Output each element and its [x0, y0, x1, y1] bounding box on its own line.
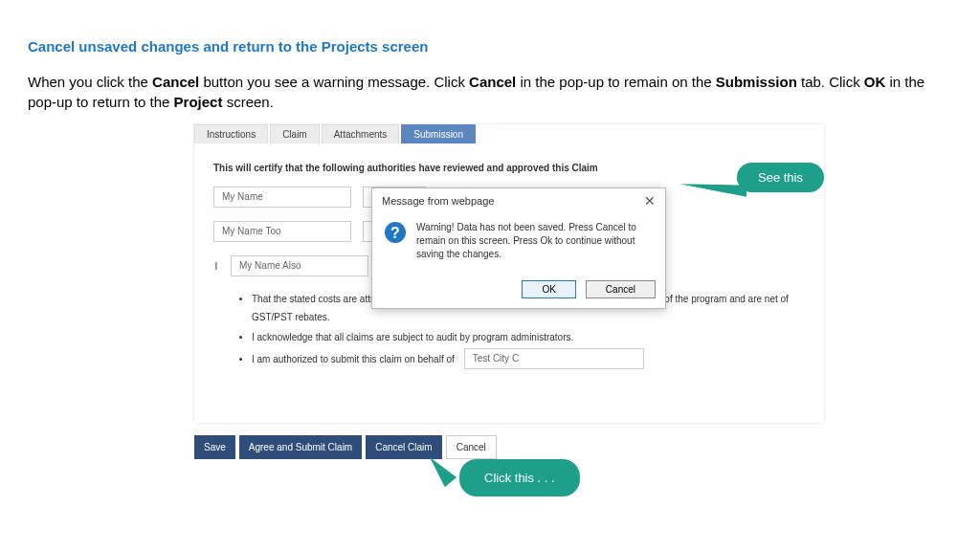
- name-field-1[interactable]: My Name: [213, 187, 351, 208]
- modal-title-text: Message from webpage: [382, 195, 494, 207]
- callout-see-this: See this: [737, 163, 824, 192]
- doc-text: tab. Click: [801, 74, 864, 90]
- doc-text: in the pop-up to remain on the: [520, 74, 715, 90]
- doc-bold-ok: OK: [864, 74, 886, 90]
- save-button[interactable]: Save: [194, 435, 235, 459]
- tab-bar: Instructions Claim Attachments Submissio…: [194, 124, 824, 143]
- doc-bold-project: Project: [174, 94, 223, 110]
- modal-body: ? Warning! Data has not been saved. Pres…: [372, 213, 665, 275]
- warning-modal: Message from webpage ✕ ? Warning! Data h…: [371, 187, 666, 309]
- modal-ok-button[interactable]: OK: [522, 280, 575, 298]
- callout-click-this: Click this . . .: [459, 459, 580, 496]
- bullet-3-label: I am authorized to submit this claim on …: [252, 350, 455, 368]
- doc-bold-submission: Submission: [716, 74, 797, 90]
- agree-submit-button[interactable]: Agree and Submit Claim: [239, 435, 362, 459]
- name-field-3[interactable]: My Name Also: [231, 255, 368, 276]
- doc-text: button you see a warning message. Click: [203, 74, 469, 90]
- tab-attachments[interactable]: Attachments: [322, 124, 400, 143]
- prefix-i: I: [213, 261, 219, 272]
- bullet-3: I am authorized to submit this claim on …: [252, 348, 805, 369]
- svg-text:?: ?: [390, 225, 400, 241]
- doc-bold-cancel: Cancel: [152, 74, 199, 90]
- question-icon: ?: [384, 221, 407, 244]
- certify-heading: This will certify that the following aut…: [213, 163, 805, 173]
- close-icon[interactable]: ✕: [644, 194, 656, 208]
- tab-claim[interactable]: Claim: [270, 124, 320, 143]
- doc-bold-cancel2: Cancel: [469, 74, 516, 90]
- doc-title: Cancel unsaved changes and return to the…: [28, 38, 428, 55]
- behalf-field[interactable]: Test City C: [464, 348, 644, 369]
- modal-actions: OK Cancel: [372, 275, 665, 308]
- doc-text: screen.: [227, 94, 274, 110]
- modal-message: Warning! Data has not been saved. Press …: [416, 221, 654, 261]
- cancel-button[interactable]: Cancel: [446, 435, 497, 459]
- doc-text: When you click the: [28, 74, 152, 90]
- modal-cancel-button[interactable]: Cancel: [586, 280, 656, 298]
- bullet-2: I acknowledge that all claims are subjec…: [252, 328, 805, 346]
- tab-instructions[interactable]: Instructions: [194, 124, 268, 143]
- name-field-2[interactable]: My Name Too: [213, 221, 351, 242]
- tab-submission[interactable]: Submission: [401, 124, 476, 143]
- modal-titlebar: Message from webpage ✕: [372, 188, 665, 213]
- action-bar: Save Agree and Submit Claim Cancel Claim…: [194, 435, 497, 459]
- doc-paragraph: When you click the Cancel button you see…: [28, 72, 956, 112]
